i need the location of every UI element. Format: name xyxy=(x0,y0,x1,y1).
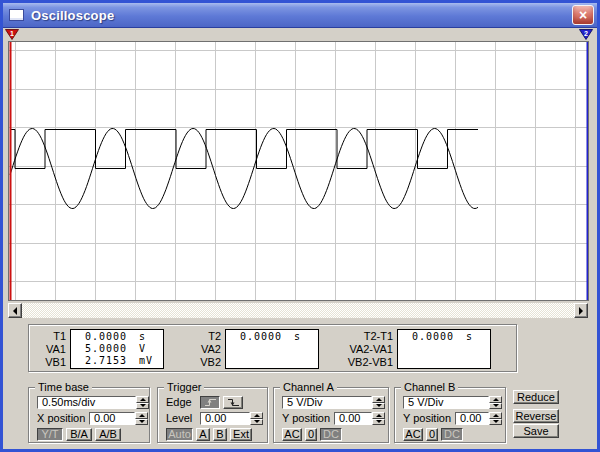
horizontal-scrollbar[interactable] xyxy=(8,303,588,318)
timebase-scale-field[interactable]: 0.50ms/div xyxy=(37,396,136,409)
trigger-auto-button[interactable]: Auto xyxy=(166,428,193,441)
readout-delta: T2-T1 VA2-VA1 VB2-VB1 0.0000s xyxy=(341,329,491,369)
label-vb2: VB2 xyxy=(169,356,221,369)
waveform-display[interactable] xyxy=(8,41,589,301)
readout-panel: T1 VA1 VB1 0.0000s 5.0000V 2.7153mV T2 V… xyxy=(28,324,517,372)
save-button[interactable]: Save xyxy=(513,424,559,438)
va1-unit: V xyxy=(139,343,161,355)
reduce-button[interactable]: Reduce xyxy=(513,390,559,404)
timebase-scale-spinner[interactable] xyxy=(136,396,149,409)
yt-mode-button[interactable]: Y/T xyxy=(37,428,63,441)
channel-a-y-position-label: Y position xyxy=(282,412,330,425)
cursor-2-marker[interactable]: 2 xyxy=(579,29,593,40)
scroll-left-icon xyxy=(13,307,17,315)
channel-a-y-position-spinner[interactable] xyxy=(372,412,385,425)
reverse-button[interactable]: Reverse xyxy=(513,409,559,423)
svg-text:1: 1 xyxy=(10,30,14,37)
channel-b-group: Channel B 5 V/Div Y position 0.00 AC 0 D… xyxy=(394,387,506,443)
falling-edge-icon xyxy=(227,398,240,407)
scroll-right-icon xyxy=(579,307,583,315)
t1-value: 0.0000 xyxy=(73,331,139,343)
trigger-level-spinner[interactable] xyxy=(250,412,263,425)
x-position-spinner[interactable] xyxy=(135,412,148,425)
t2t1-value: 0.0000 xyxy=(400,331,466,343)
channel-a-y-position-field[interactable]: 0.00 xyxy=(334,412,372,425)
title-bar[interactable]: Oscilloscope × xyxy=(3,3,597,28)
spinner-down-icon[interactable] xyxy=(489,419,502,426)
spinner-down-icon[interactable] xyxy=(489,403,502,410)
channel-b-y-position-field[interactable]: 0.00 xyxy=(455,412,489,425)
trigger-title: Trigger xyxy=(164,381,204,393)
svg-text:2: 2 xyxy=(584,30,588,37)
channel-a-ac-button[interactable]: AC xyxy=(282,428,302,441)
label-va1: VA1 xyxy=(37,343,66,356)
channel-a-zero-button[interactable]: 0 xyxy=(305,428,317,441)
readout-cursor2: T2 VA2 VB2 0.0000s xyxy=(169,329,319,369)
channel-b-zero-button[interactable]: 0 xyxy=(426,428,438,441)
oscilloscope-window: Oscilloscope × 1 2 T1 VA1 VB1 xyxy=(0,0,600,452)
cursor-marker-strip: 1 2 xyxy=(3,28,597,41)
channel-b-ac-button[interactable]: AC xyxy=(403,428,423,441)
t1-unit: s xyxy=(139,331,161,343)
channel-b-trace xyxy=(10,129,478,209)
scope-traces xyxy=(9,42,588,300)
channel-a-dc-button[interactable]: DC xyxy=(320,428,342,441)
vb1-unit: mV xyxy=(139,355,161,367)
t2t1-unit: s xyxy=(466,331,488,343)
label-va2-va1: VA2-VA1 xyxy=(341,343,393,356)
channel-a-scale-spinner[interactable] xyxy=(372,396,385,409)
spinner-down-icon[interactable] xyxy=(372,403,385,410)
channel-b-dc-button[interactable]: DC xyxy=(441,428,463,441)
channel-b-scale-field[interactable]: 5 V/Div xyxy=(403,396,489,409)
spinner-down-icon[interactable] xyxy=(372,419,385,426)
vb1-value: 2.7153 xyxy=(73,355,139,367)
trigger-ext-button[interactable]: Ext xyxy=(230,428,252,441)
label-t1: T1 xyxy=(37,330,66,343)
close-button[interactable]: × xyxy=(572,5,594,25)
rising-edge-icon xyxy=(204,398,217,407)
t2-unit: s xyxy=(294,331,316,343)
timebase-title: Time base xyxy=(35,381,92,393)
trigger-b-button[interactable]: B xyxy=(213,428,227,441)
trigger-a-button[interactable]: A xyxy=(196,428,210,441)
label-t2: T2 xyxy=(169,330,221,343)
cursor-1-marker[interactable]: 1 xyxy=(5,29,19,40)
spinner-down-icon[interactable] xyxy=(250,419,263,426)
ab-mode-button[interactable]: A/B xyxy=(95,428,121,441)
readout-box-delta: 0.0000s xyxy=(397,329,491,369)
trigger-rising-edge-button[interactable] xyxy=(200,396,220,409)
edge-label: Edge xyxy=(166,396,192,409)
x-position-label: X position xyxy=(37,412,85,425)
channel-b-title: Channel B xyxy=(401,381,458,393)
trigger-group: Trigger Edge Level 0.00 Auto A B Ext xyxy=(157,387,268,443)
channel-a-group: Channel A 5 V/Div Y position 0.00 AC 0 D… xyxy=(273,387,389,443)
label-vb1: VB1 xyxy=(37,356,66,369)
timebase-group: Time base 0.50ms/div X position 0.00 Y/T… xyxy=(28,387,150,443)
channel-a-scale-field[interactable]: 5 V/Div xyxy=(282,396,372,409)
va1-value: 5.0000 xyxy=(73,343,139,355)
trigger-level-field[interactable]: 0.00 xyxy=(200,412,250,425)
channel-b-y-position-label: Y position xyxy=(403,412,451,425)
readout-box-cursor1: 0.0000s 5.0000V 2.7153mV xyxy=(70,329,164,369)
channel-b-scale-spinner[interactable] xyxy=(489,396,502,409)
spinner-down-icon[interactable] xyxy=(135,419,148,426)
label-t2-t1: T2-T1 xyxy=(341,330,393,343)
spinner-down-icon[interactable] xyxy=(136,403,149,410)
scroll-right-button[interactable] xyxy=(574,303,588,318)
window-title: Oscilloscope xyxy=(31,8,114,23)
channel-a-title: Channel A xyxy=(280,381,337,393)
channel-a-trace xyxy=(11,130,478,169)
window-icon xyxy=(9,9,24,21)
label-va2: VA2 xyxy=(169,343,221,356)
scroll-left-button[interactable] xyxy=(8,303,22,318)
label-vb2-vb1: VB2-VB1 xyxy=(341,356,393,369)
ba-mode-button[interactable]: B/A xyxy=(66,428,92,441)
trigger-falling-edge-button[interactable] xyxy=(223,396,243,409)
level-label: Level xyxy=(166,412,192,425)
channel-b-y-position-spinner[interactable] xyxy=(489,412,502,425)
readout-cursor1: T1 VA1 VB1 0.0000s 5.0000V 2.7153mV xyxy=(37,329,164,369)
t2-value: 0.0000 xyxy=(228,331,294,343)
readout-box-cursor2: 0.0000s xyxy=(225,329,319,369)
x-position-field[interactable]: 0.00 xyxy=(89,412,135,425)
scrollbar-track[interactable] xyxy=(22,303,574,318)
